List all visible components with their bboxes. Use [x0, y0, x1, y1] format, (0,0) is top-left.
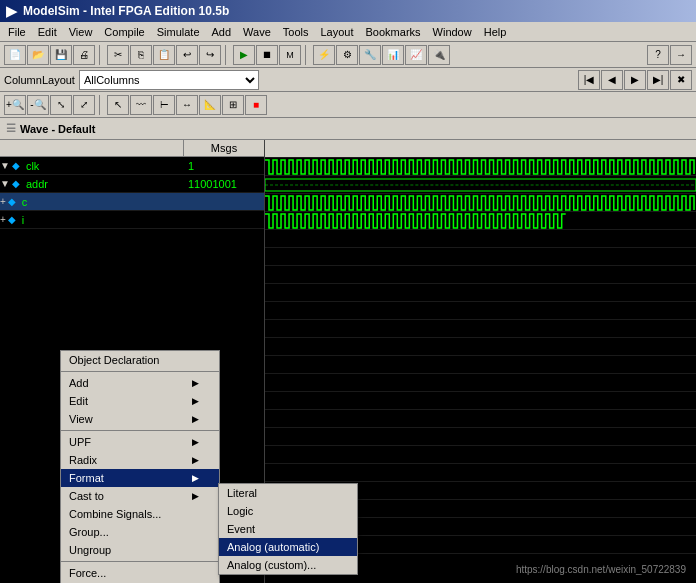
menu-help[interactable]: Help [478, 24, 513, 40]
print-btn[interactable]: 🖨 [73, 45, 95, 65]
arrow-btn[interactable]: → [670, 45, 692, 65]
ctx-cast-to[interactable]: Cast to ▶ [61, 487, 219, 505]
ctx-group[interactable]: Group... [61, 523, 219, 541]
menu-view[interactable]: View [63, 24, 99, 40]
help-btn[interactable]: ? [647, 45, 669, 65]
ctx-object-declaration[interactable]: Object Declaration [61, 351, 219, 369]
cut-btn[interactable]: ✂ [107, 45, 129, 65]
nav-btn-1[interactable]: |◀ [578, 70, 600, 90]
sep-2 [225, 45, 229, 65]
copy-btn[interactable]: ⎘ [130, 45, 152, 65]
signal-header: Msgs [0, 140, 264, 157]
open-btn[interactable]: 📂 [27, 45, 49, 65]
new-btn[interactable]: 📄 [4, 45, 26, 65]
paste-btn[interactable]: 📋 [153, 45, 175, 65]
clk-type-icon: ◆ [12, 160, 20, 171]
ctx-sep-3 [61, 561, 219, 562]
toolbar2-group2: ↖ 〰 ⊢ ↔ 📐 ⊞ ■ [107, 95, 267, 115]
nav-btn-2[interactable]: ◀ [601, 70, 623, 90]
measure-btn[interactable]: 📐 [199, 95, 221, 115]
app-icon: ▶ [6, 3, 17, 19]
menu-layout[interactable]: Layout [315, 24, 360, 40]
ctx-ungroup[interactable]: Ungroup [61, 541, 219, 559]
ctx-upf-arrow: ▶ [192, 437, 199, 447]
menu-compile[interactable]: Compile [98, 24, 150, 40]
ctx-add[interactable]: Add ▶ [61, 374, 219, 392]
ctx-add-arrow: ▶ [192, 378, 199, 388]
clk-value: 1 [184, 160, 264, 172]
toolbar-group-2: ✂ ⎘ 📋 ↩ ↪ [107, 45, 221, 65]
waveform-empty-12 [265, 428, 696, 446]
toolbar2-group: +🔍 -🔍 ⤡ ⤢ [4, 95, 95, 115]
submenu-event[interactable]: Event [219, 520, 357, 538]
nav-btn-5[interactable]: ✖ [670, 70, 692, 90]
tb-btn-2[interactable]: ⚙ [336, 45, 358, 65]
toolbar-group-3: ▶ ⏹ M [233, 45, 301, 65]
submenu-logic[interactable]: Logic [219, 502, 357, 520]
submenu-analog-custom[interactable]: Analog (custom)... [219, 556, 357, 574]
submenu-literal[interactable]: Literal [219, 484, 357, 502]
ctx-group-label: Group... [69, 526, 109, 538]
menu-bookmarks[interactable]: Bookmarks [360, 24, 427, 40]
compile-btn[interactable]: M [279, 45, 301, 65]
wave-btn[interactable]: 〰 [130, 95, 152, 115]
menu-window[interactable]: Window [427, 24, 478, 40]
wave-area: Msgs ▼ ◆ clk 1 ▼ ◆ addr 11001001 + ◆ c +… [0, 140, 696, 583]
signal-row-clk[interactable]: ▼ ◆ clk 1 [0, 157, 264, 175]
ctx-combine[interactable]: Combine Signals... [61, 505, 219, 523]
pan-btn[interactable]: ↔ [176, 95, 198, 115]
ctx-edit[interactable]: Edit ▶ [61, 392, 219, 410]
nav-btn-3[interactable]: ▶ [624, 70, 646, 90]
menu-wave[interactable]: Wave [237, 24, 277, 40]
tb-btn-3[interactable]: 🔧 [359, 45, 381, 65]
submenu-analog-auto[interactable]: Analog (automatic) [219, 538, 357, 556]
cursor-btn[interactable]: ↖ [107, 95, 129, 115]
ctx-upf[interactable]: UPF ▶ [61, 433, 219, 451]
waveform-empty-10 [265, 392, 696, 410]
marker-btn[interactable]: ⊢ [153, 95, 175, 115]
submenu-analog-custom-label: Analog (custom)... [227, 559, 316, 571]
config-btn[interactable]: ⊞ [222, 95, 244, 115]
undo-btn[interactable]: ↩ [176, 45, 198, 65]
zoom-full-btn[interactable]: ⤡ [50, 95, 72, 115]
ctx-sep-2 [61, 430, 219, 431]
zoom-in-btn[interactable]: +🔍 [4, 95, 26, 115]
menu-add[interactable]: Add [206, 24, 238, 40]
tb-btn-5[interactable]: 📈 [405, 45, 427, 65]
signal-row-i[interactable]: + ◆ i [0, 211, 264, 229]
ctx-radix[interactable]: Radix ▶ [61, 451, 219, 469]
ctx-edit-label: Edit [69, 395, 88, 407]
ctx-view[interactable]: View ▶ [61, 410, 219, 428]
ctx-force[interactable]: Force... [61, 564, 219, 582]
column-layout-select[interactable]: AllColumns [79, 70, 259, 90]
waveform-empty-13 [265, 446, 696, 464]
signal-row-addr[interactable]: ▼ ◆ addr 11001001 [0, 175, 264, 193]
signal-row-c[interactable]: + ◆ c [0, 193, 264, 211]
menu-tools[interactable]: Tools [277, 24, 315, 40]
menu-file[interactable]: File [2, 24, 32, 40]
toolbar-group-right: ? → [647, 45, 692, 65]
ctx-sep-1 [61, 371, 219, 372]
waveform-empty-8 [265, 356, 696, 374]
run-btn[interactable]: ▶ [233, 45, 255, 65]
redo-btn[interactable]: ↪ [199, 45, 221, 65]
menu-simulate[interactable]: Simulate [151, 24, 206, 40]
tb-btn-4[interactable]: 📊 [382, 45, 404, 65]
signal-header-msgs: Msgs [184, 140, 264, 156]
stop-btn[interactable]: ⏹ [256, 45, 278, 65]
tb-btn-1[interactable]: ⚡ [313, 45, 335, 65]
nav-btn-4[interactable]: ▶| [647, 70, 669, 90]
waveform-addr [265, 176, 696, 194]
menu-edit[interactable]: Edit [32, 24, 63, 40]
tb-btn-6[interactable]: 🔌 [428, 45, 450, 65]
zoom-sel-btn[interactable]: ⤢ [73, 95, 95, 115]
clk-icon: ▼ [0, 160, 10, 171]
waveform-empty-14 [265, 464, 696, 482]
color-btn[interactable]: ■ [245, 95, 267, 115]
i-name: i [18, 214, 184, 226]
tb2-sep-1 [99, 95, 103, 115]
ctx-format-arrow: ▶ [192, 473, 199, 483]
zoom-out-btn[interactable]: -🔍 [27, 95, 49, 115]
ctx-format[interactable]: Format ▶ [61, 469, 219, 487]
save-btn[interactable]: 💾 [50, 45, 72, 65]
